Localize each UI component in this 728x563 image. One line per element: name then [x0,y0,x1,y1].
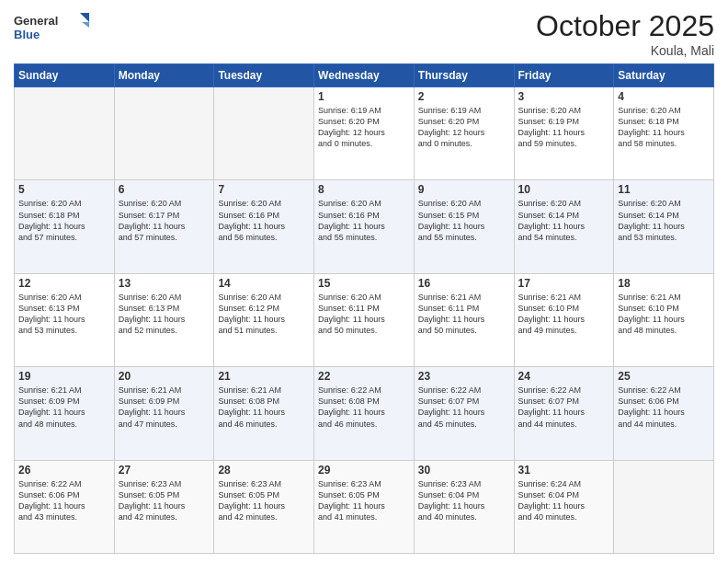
table-row: 31Sunrise: 6:24 AM Sunset: 6:04 PM Dayli… [514,460,614,553]
table-row: 20Sunrise: 6:21 AM Sunset: 6:09 PM Dayli… [114,367,214,460]
table-row: 29Sunrise: 6:23 AM Sunset: 6:05 PM Dayli… [314,460,415,553]
day-number: 31 [518,464,610,477]
cell-info: Sunrise: 6:22 AM Sunset: 6:08 PM Dayligh… [318,385,410,430]
day-number: 2 [418,90,510,103]
day-number: 29 [318,464,410,477]
day-number: 15 [318,277,410,290]
table-row: 5Sunrise: 6:20 AM Sunset: 6:18 PM Daylig… [15,180,115,273]
col-sunday: Sunday [15,64,115,87]
table-row: 3Sunrise: 6:20 AM Sunset: 6:19 PM Daylig… [514,87,614,180]
table-row: 22Sunrise: 6:22 AM Sunset: 6:08 PM Dayli… [314,367,415,460]
col-monday: Monday [114,64,214,87]
day-number: 16 [418,277,510,290]
table-row: 21Sunrise: 6:21 AM Sunset: 6:08 PM Dayli… [214,367,314,460]
table-row: 9Sunrise: 6:20 AM Sunset: 6:15 PM Daylig… [414,180,514,273]
day-number: 23 [418,370,510,383]
cell-info: Sunrise: 6:20 AM Sunset: 6:16 PM Dayligh… [318,198,410,243]
month-title: October 2025 [536,9,714,43]
day-number: 7 [218,183,310,196]
day-number: 4 [618,90,710,103]
cell-info: Sunrise: 6:20 AM Sunset: 6:18 PM Dayligh… [618,105,710,150]
table-row: 14Sunrise: 6:20 AM Sunset: 6:12 PM Dayli… [214,273,314,366]
cell-info: Sunrise: 6:23 AM Sunset: 6:04 PM Dayligh… [418,478,510,523]
cell-info: Sunrise: 6:23 AM Sunset: 6:05 PM Dayligh… [218,478,310,523]
table-row: 23Sunrise: 6:22 AM Sunset: 6:07 PM Dayli… [414,367,514,460]
cell-info: Sunrise: 6:20 AM Sunset: 6:16 PM Dayligh… [218,198,310,243]
table-row [114,87,214,180]
cell-info: Sunrise: 6:20 AM Sunset: 6:13 PM Dayligh… [18,292,110,337]
table-row: 19Sunrise: 6:21 AM Sunset: 6:09 PM Dayli… [15,367,115,460]
table-row: 24Sunrise: 6:22 AM Sunset: 6:07 PM Dayli… [514,367,614,460]
logo: General Blue [14,9,97,44]
cell-info: Sunrise: 6:20 AM Sunset: 6:11 PM Dayligh… [318,292,410,337]
calendar-week-row: 1Sunrise: 6:19 AM Sunset: 6:20 PM Daylig… [15,87,714,180]
table-row [15,87,115,180]
page: General Blue October 2025 Koula, Mali Su… [0,0,728,563]
day-number: 11 [618,183,710,196]
day-number: 22 [318,370,410,383]
cell-info: Sunrise: 6:22 AM Sunset: 6:06 PM Dayligh… [618,385,710,430]
day-number: 21 [218,370,310,383]
cell-info: Sunrise: 6:21 AM Sunset: 6:09 PM Dayligh… [18,385,110,430]
table-row: 15Sunrise: 6:20 AM Sunset: 6:11 PM Dayli… [314,273,415,366]
cell-info: Sunrise: 6:21 AM Sunset: 6:08 PM Dayligh… [218,385,310,430]
table-row: 7Sunrise: 6:20 AM Sunset: 6:16 PM Daylig… [214,180,314,273]
table-row: 10Sunrise: 6:20 AM Sunset: 6:14 PM Dayli… [514,180,614,273]
table-row: 28Sunrise: 6:23 AM Sunset: 6:05 PM Dayli… [214,460,314,553]
header: General Blue October 2025 Koula, Mali [14,9,714,58]
col-thursday: Thursday [414,64,514,87]
table-row: 13Sunrise: 6:20 AM Sunset: 6:13 PM Dayli… [114,273,214,366]
day-number: 13 [119,277,210,290]
table-row: 18Sunrise: 6:21 AM Sunset: 6:10 PM Dayli… [614,273,714,366]
table-row: 12Sunrise: 6:20 AM Sunset: 6:13 PM Dayli… [15,273,115,366]
day-number: 27 [119,464,210,477]
table-row: 16Sunrise: 6:21 AM Sunset: 6:11 PM Dayli… [414,273,514,366]
day-number: 17 [518,277,610,290]
table-row: 1Sunrise: 6:19 AM Sunset: 6:20 PM Daylig… [314,87,415,180]
cell-info: Sunrise: 6:21 AM Sunset: 6:10 PM Dayligh… [518,292,610,337]
day-number: 19 [18,370,110,383]
cell-info: Sunrise: 6:23 AM Sunset: 6:05 PM Dayligh… [318,478,410,523]
day-number: 14 [218,277,310,290]
cell-info: Sunrise: 6:22 AM Sunset: 6:07 PM Dayligh… [518,385,610,430]
cell-info: Sunrise: 6:20 AM Sunset: 6:14 PM Dayligh… [618,198,710,243]
cell-info: Sunrise: 6:22 AM Sunset: 6:06 PM Dayligh… [18,478,110,523]
cell-info: Sunrise: 6:21 AM Sunset: 6:09 PM Dayligh… [119,385,210,430]
table-row [214,87,314,180]
day-number: 8 [318,183,410,196]
cell-info: Sunrise: 6:20 AM Sunset: 6:17 PM Dayligh… [119,198,210,243]
day-number: 1 [318,90,410,103]
day-number: 18 [618,277,710,290]
day-number: 9 [418,183,510,196]
cell-info: Sunrise: 6:23 AM Sunset: 6:05 PM Dayligh… [119,478,210,523]
calendar-week-row: 12Sunrise: 6:20 AM Sunset: 6:13 PM Dayli… [15,273,714,366]
svg-text:Blue: Blue [14,28,40,41]
logo-svg: General Blue [14,9,97,44]
cell-info: Sunrise: 6:20 AM Sunset: 6:19 PM Dayligh… [518,105,610,150]
table-row: 30Sunrise: 6:23 AM Sunset: 6:04 PM Dayli… [414,460,514,553]
cell-info: Sunrise: 6:21 AM Sunset: 6:10 PM Dayligh… [618,292,710,337]
header-right: October 2025 Koula, Mali [536,9,714,58]
table-row: 17Sunrise: 6:21 AM Sunset: 6:10 PM Dayli… [514,273,614,366]
table-row: 26Sunrise: 6:22 AM Sunset: 6:06 PM Dayli… [15,460,115,553]
day-number: 3 [518,90,610,103]
svg-text:General: General [14,14,58,28]
cell-info: Sunrise: 6:20 AM Sunset: 6:14 PM Dayligh… [518,198,610,243]
cell-info: Sunrise: 6:20 AM Sunset: 6:12 PM Dayligh… [218,292,310,337]
svg-marker-2 [80,13,89,22]
col-wednesday: Wednesday [314,64,415,87]
cell-info: Sunrise: 6:24 AM Sunset: 6:04 PM Dayligh… [518,478,610,523]
calendar-week-row: 5Sunrise: 6:20 AM Sunset: 6:18 PM Daylig… [15,180,714,273]
day-number: 5 [18,183,110,196]
day-number: 20 [119,370,210,383]
day-number: 24 [518,370,610,383]
day-number: 30 [418,464,510,477]
cell-info: Sunrise: 6:19 AM Sunset: 6:20 PM Dayligh… [318,105,410,150]
table-row: 4Sunrise: 6:20 AM Sunset: 6:18 PM Daylig… [614,87,714,180]
svg-marker-3 [82,22,89,28]
day-number: 6 [119,183,210,196]
cell-info: Sunrise: 6:20 AM Sunset: 6:15 PM Dayligh… [418,198,510,243]
location: Koula, Mali [536,43,714,58]
calendar-week-row: 19Sunrise: 6:21 AM Sunset: 6:09 PM Dayli… [15,367,714,460]
table-row: 27Sunrise: 6:23 AM Sunset: 6:05 PM Dayli… [114,460,214,553]
